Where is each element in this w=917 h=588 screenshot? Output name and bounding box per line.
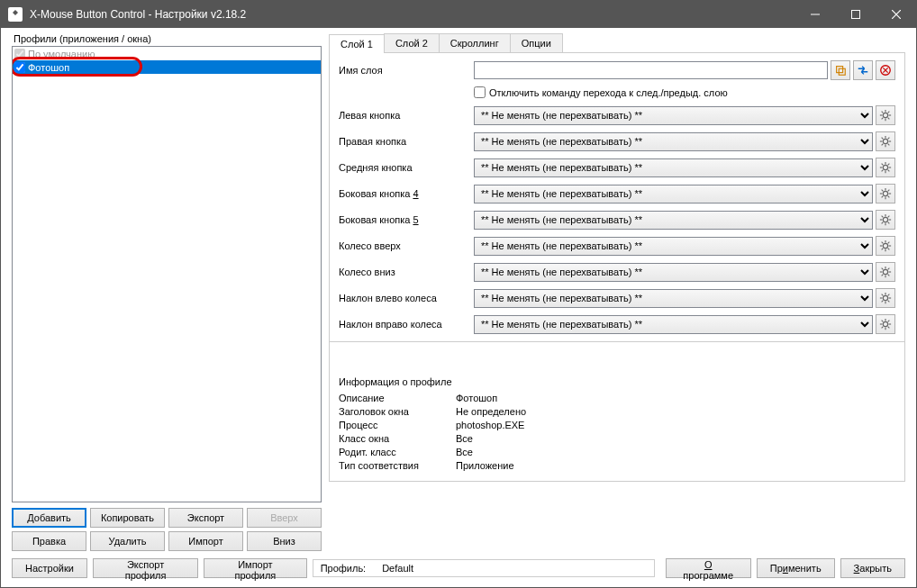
info-wclass-value: Все [456,433,473,444]
svg-rect-1 [851,11,859,19]
wheel-up-combo[interactable]: ** Не менять (не перехватывать) ** [474,237,873,256]
delete-button[interactable]: Удалить [90,531,165,551]
import-button[interactable]: Импорт [168,531,243,551]
info-pclass-value: Все [456,447,473,457]
apply-button[interactable]: Применить [757,558,835,578]
svg-line-41 [882,190,884,192]
info-match-value: Приложение [456,460,514,471]
tab-options[interactable]: Опции [510,33,563,52]
svg-point-45 [883,217,887,222]
svg-line-51 [888,222,890,224]
svg-line-50 [882,216,884,218]
svg-point-36 [883,191,887,195]
tilt-right-combo[interactable]: ** Не менять (не перехватывать) ** [474,315,873,334]
minimize-button[interactable] [794,1,835,28]
current-profile-box: Профиль: Default [313,559,655,577]
right-button-label: Правая кнопка [339,136,474,147]
layer-name-input[interactable] [474,61,828,79]
export-profile-button[interactable]: Экспорт профиля [93,558,198,578]
close-button[interactable] [876,1,916,28]
profile-selected-checkbox[interactable] [14,62,25,73]
svg-line-78 [888,301,890,303]
svg-line-25 [882,144,884,146]
left-button-label: Левая кнопка [339,110,474,121]
svg-rect-4 [837,67,843,73]
copy-button[interactable]: Копировать [90,508,165,528]
svg-line-60 [888,249,890,250]
side5-button-combo[interactable]: ** Не менять (не перехватывать) ** [474,211,873,230]
clear-layer-icon[interactable] [876,60,895,80]
svg-line-43 [882,196,884,198]
tab-layer1[interactable]: Слой 1 [329,34,385,53]
middle-button-combo[interactable]: ** Не менять (не перехватывать) ** [474,158,873,177]
svg-line-33 [888,170,890,172]
svg-line-53 [888,216,890,218]
svg-rect-5 [839,68,845,75]
right-button-gear-icon[interactable] [876,131,895,151]
svg-line-80 [888,294,890,296]
swap-layer-icon[interactable] [853,60,873,80]
svg-line-52 [882,222,884,224]
tilt-left-gear-icon[interactable] [876,288,895,308]
svg-line-32 [882,164,884,166]
svg-line-59 [882,242,884,244]
right-button-combo[interactable]: ** Не менять (не перехватывать) ** [474,132,873,151]
svg-line-34 [882,170,884,172]
svg-line-62 [888,242,890,244]
wheel-up-gear-icon[interactable] [876,236,895,256]
window-title: X-Mouse Button Control - Настройки v2.18… [30,8,794,21]
svg-line-44 [888,190,890,192]
svg-line-23 [882,138,884,140]
svg-line-89 [888,321,890,322]
svg-line-16 [882,118,884,120]
export-button[interactable]: Экспорт [168,508,243,528]
svg-line-61 [882,249,884,250]
tilt-left-combo[interactable]: ** Не менять (не перехватывать) ** [474,289,873,308]
left-button-combo[interactable]: ** Не менять (не перехватывать) ** [474,106,873,125]
disable-layer-cmd-checkbox[interactable] [474,86,486,98]
svg-point-72 [883,295,887,300]
profile-list[interactable]: По умолчанию Фотошоп [12,46,322,502]
info-pclass-label: Родит. класс [339,447,456,457]
svg-point-54 [883,243,887,248]
profile-selected-label: Фотошоп [28,62,69,73]
svg-line-86 [882,321,884,322]
svg-line-17 [888,112,890,113]
add-button[interactable]: Добавить [12,508,86,528]
svg-point-63 [883,269,887,274]
profile-default-label: По умолчанию [28,49,95,59]
svg-line-88 [882,327,884,329]
side5-button-gear-icon[interactable] [876,210,895,230]
wheel-down-gear-icon[interactable] [876,262,895,282]
info-proc-value: photoshop.EXE [456,420,524,430]
profile-item-selected[interactable]: Фотошоп [13,60,321,74]
side4-button-gear-icon[interactable] [876,184,895,204]
close-app-button[interactable]: Закрыть [840,558,905,578]
tab-scrolling[interactable]: Скроллинг [439,33,511,52]
up-button: Вверх [247,508,322,528]
tab-layer2[interactable]: Слой 2 [384,33,440,52]
tabs: Слой 1 Слой 2 Скроллинг Опции [329,33,905,53]
side5-button-label: Боковая кнопка 5 [339,214,474,225]
profile-item-default[interactable]: По умолчанию [13,47,321,60]
svg-line-68 [882,268,884,270]
info-desc-label: Описание [339,393,456,403]
tilt-left-label: Наклон влево колеса [339,293,474,303]
tilt-right-gear-icon[interactable] [876,314,895,334]
middle-button-gear-icon[interactable] [876,158,895,177]
info-wclass-label: Класс окна [339,433,456,444]
svg-point-27 [883,165,887,169]
side4-button-combo[interactable]: ** Не менять (не перехватывать) ** [474,185,873,204]
import-profile-button[interactable]: Импорт профиля [204,558,306,578]
down-button[interactable]: Вниз [247,531,322,551]
edit-button[interactable]: Правка [12,531,86,551]
svg-point-18 [883,139,887,143]
copy-layer-icon[interactable] [831,60,850,80]
profile-info-title: Информация о профиле [339,376,895,387]
about-button[interactable]: О О программепрограмме [666,558,751,578]
left-button-gear-icon[interactable] [876,105,895,125]
settings-button[interactable]: Настройки [12,558,87,578]
maximize-button[interactable] [835,1,876,28]
svg-line-35 [888,164,890,166]
wheel-down-combo[interactable]: ** Не менять (не перехватывать) ** [474,263,873,282]
